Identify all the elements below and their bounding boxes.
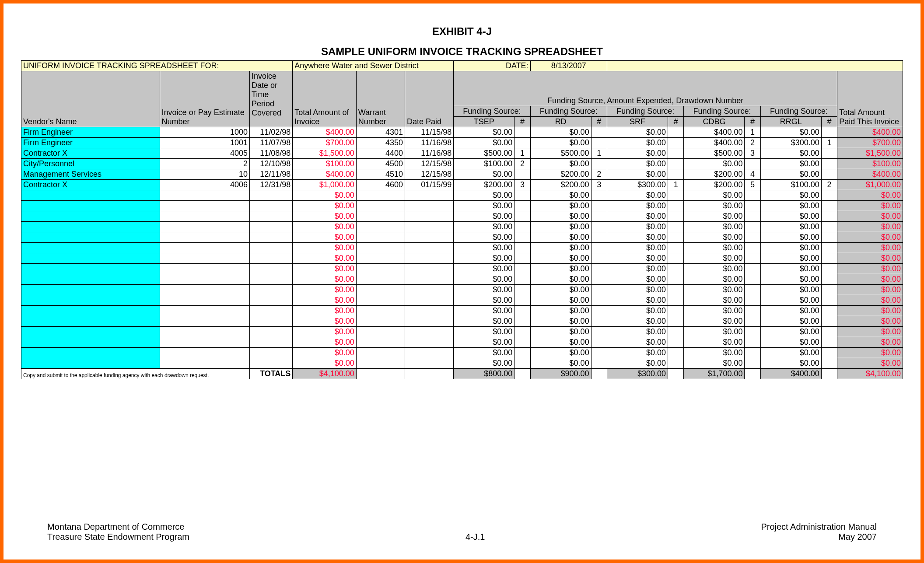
cell — [514, 316, 530, 327]
cell — [514, 211, 530, 222]
cell — [405, 253, 454, 264]
cell — [591, 327, 607, 337]
cell — [668, 222, 684, 232]
cell — [514, 285, 530, 295]
cell — [356, 253, 405, 264]
cell: 2 — [821, 180, 837, 190]
table-row-empty: $0.00$0.00$0.00$0.00$0.00$0.00$0.00 — [21, 222, 903, 232]
cell — [591, 316, 607, 327]
cell — [249, 306, 292, 316]
cell: $0.00 — [837, 295, 903, 306]
cell: $1,500.00 — [837, 148, 903, 159]
cell: 3 — [591, 180, 607, 190]
totals-f5: $400.00 — [760, 369, 821, 379]
cell: $0.00 — [760, 201, 821, 211]
cell — [668, 306, 684, 316]
cell: $0.00 — [293, 295, 356, 306]
cell — [160, 253, 249, 264]
cell — [821, 337, 837, 348]
totals-f1: $800.00 — [454, 369, 514, 379]
cell — [356, 316, 405, 327]
col-paid: Date Paid — [405, 71, 454, 127]
cell: $0.00 — [293, 243, 356, 253]
cell — [514, 295, 530, 306]
cell: $0.00 — [837, 232, 903, 243]
cell: $0.00 — [454, 169, 514, 180]
cell: $200.00 — [530, 180, 591, 190]
cell: 5 — [745, 180, 760, 190]
cell: Firm Engineer — [21, 138, 160, 148]
cell — [821, 306, 837, 316]
cell — [821, 253, 837, 264]
cell: 01/15/99 — [405, 180, 454, 190]
col-warrant: Warrant Number — [356, 71, 405, 127]
cell — [21, 348, 160, 358]
cell — [405, 243, 454, 253]
cell — [21, 327, 160, 337]
cell — [745, 243, 760, 253]
cell: 2 — [591, 169, 607, 180]
table-row: Management Services1012/11/98$400.004510… — [21, 169, 903, 180]
cell — [668, 148, 684, 159]
cell — [160, 337, 249, 348]
cell: Contractor X — [21, 148, 160, 159]
cell: $0.00 — [293, 316, 356, 327]
cell: $0.00 — [760, 348, 821, 358]
cell — [821, 148, 837, 159]
cell — [514, 243, 530, 253]
cell: Firm Engineer — [21, 127, 160, 138]
cell: 12/10/98 — [249, 159, 292, 169]
cell: $0.00 — [837, 358, 903, 369]
cell: 4400 — [356, 148, 405, 159]
cell: $0.00 — [530, 358, 591, 369]
cell: $0.00 — [454, 201, 514, 211]
cell — [249, 348, 292, 358]
cell: $0.00 — [454, 211, 514, 222]
cell: $0.00 — [530, 243, 591, 253]
cell — [249, 316, 292, 327]
cell: $0.00 — [454, 316, 514, 327]
cell: $0.00 — [607, 190, 668, 201]
cell: $400.00 — [684, 138, 745, 148]
cell: 4301 — [356, 127, 405, 138]
cell — [591, 253, 607, 264]
cell — [745, 201, 760, 211]
cell: $1,000.00 — [293, 180, 356, 190]
cell — [821, 232, 837, 243]
cell: $0.00 — [607, 127, 668, 138]
cell: $0.00 — [293, 232, 356, 243]
cell — [21, 264, 160, 274]
cell — [514, 138, 530, 148]
cell — [821, 327, 837, 337]
cell: $0.00 — [760, 316, 821, 327]
cell: $0.00 — [837, 201, 903, 211]
totals-f4: $1,700.00 — [684, 369, 745, 379]
cell — [668, 285, 684, 295]
cell — [668, 327, 684, 337]
cell: $0.00 — [837, 274, 903, 285]
cell: $0.00 — [607, 285, 668, 295]
cell — [160, 243, 249, 253]
totals-tot: $4,100.00 — [837, 369, 903, 379]
cell — [514, 327, 530, 337]
cell — [745, 211, 760, 222]
fs-name-4: CDBG — [684, 117, 745, 127]
cell: $0.00 — [607, 264, 668, 274]
cell: $0.00 — [293, 274, 356, 285]
cell: $0.00 — [454, 337, 514, 348]
cell: $0.00 — [454, 348, 514, 358]
cell: $0.00 — [837, 253, 903, 264]
cell: $0.00 — [837, 190, 903, 201]
fs-label-4: Funding Source: — [684, 106, 760, 117]
cell — [405, 285, 454, 295]
cell: $0.00 — [293, 222, 356, 232]
cell — [745, 274, 760, 285]
cell: 3 — [745, 148, 760, 159]
cell: $0.00 — [837, 306, 903, 316]
cell: $400.00 — [293, 127, 356, 138]
cell: $0.00 — [607, 211, 668, 222]
fs-name-5: RRGL — [760, 117, 821, 127]
cell — [821, 295, 837, 306]
cell — [821, 316, 837, 327]
cell: $0.00 — [530, 348, 591, 358]
